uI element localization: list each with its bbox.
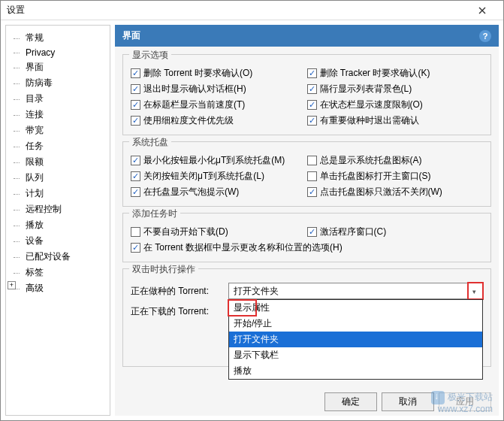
checkbox[interactable]: 最小化按钮最小化μT到系统托盘(M) — [131, 154, 285, 167]
check-icon — [131, 156, 140, 165]
settings-window: 设置 常规 Privacy 界面 防病毒 目录 连接 带宽 任务 限额 队列 计… — [0, 0, 504, 421]
checkbox[interactable]: 总是显示系统托盘图标(A) — [307, 154, 422, 167]
dialog-buttons: 确定 取消 应用 — [324, 389, 491, 411]
window-title: 设置 — [7, 4, 467, 17]
dropdown-item[interactable]: 开始/停止 — [229, 316, 482, 332]
dropdown-item[interactable]: 显示属性 — [229, 300, 482, 316]
tree-item[interactable]: 标签 — [6, 265, 110, 280]
settings-panel: 显示选项 删除 Torrent 时要求确认(O) 删除 Tracker 时要求确… — [115, 47, 499, 416]
checkbox[interactable]: 单击托盘图标打开主窗口(S) — [307, 170, 431, 183]
tree-item[interactable]: 计划 — [6, 186, 110, 201]
check-icon — [131, 171, 140, 181]
check-icon — [307, 171, 317, 181]
group-display: 显示选项 删除 Torrent 时要求确认(O) 删除 Tracker 时要求确… — [122, 54, 491, 135]
tree-item[interactable]: 界面 — [6, 59, 110, 75]
group-title: 显示选项 — [129, 49, 171, 62]
cancel-button[interactable]: 取消 — [382, 392, 434, 411]
check-icon — [307, 100, 317, 110]
checkbox[interactable]: 不要自动开始下载(D) — [131, 226, 228, 238]
category-tree: 常规 Privacy 界面 防病毒 目录 连接 带宽 任务 限额 队列 计划 远… — [5, 25, 110, 416]
check-icon — [307, 187, 317, 197]
tree-item[interactable]: 常规 — [6, 30, 110, 46]
checkbox[interactable]: 在 Torrent 数据框中显示更改名称和位置的选项(H) — [131, 241, 343, 254]
tree-item[interactable]: 连接 — [6, 107, 110, 123]
checkbox[interactable]: 删除 Torrent 时要求确认(O) — [131, 67, 252, 80]
check-icon — [131, 68, 140, 78]
checkbox[interactable]: 使用细粒度文件优先级 — [131, 114, 234, 127]
tree-item[interactable]: 远程控制 — [6, 201, 110, 217]
check-icon — [131, 243, 140, 253]
check-icon — [131, 84, 140, 94]
main-panel: 界面 ? 显示选项 删除 Torrent 时要求确认(O) 删除 Tracker… — [115, 25, 499, 416]
group-title: 系统托盘 — [129, 136, 171, 149]
check-icon — [131, 100, 140, 110]
check-icon — [131, 116, 140, 126]
checkbox[interactable]: 关闭按钮关闭μT到系统托盘(L) — [131, 170, 264, 183]
checkbox[interactable]: 点击托盘图标只激活不关闭(W) — [307, 186, 442, 198]
ok-button[interactable]: 确定 — [324, 392, 377, 411]
section-header: 界面 ? — [115, 25, 499, 47]
group-addtask: 添加任务时 不要自动开始下载(D) 激活程序窗口(C) 在 Torrent 数据… — [122, 213, 491, 262]
tree-item[interactable]: 带宽 — [6, 123, 110, 138]
close-button[interactable] — [467, 1, 497, 20]
dropdown-item[interactable]: 播放 — [229, 363, 482, 379]
group-title: 双击时执行操作 — [129, 263, 198, 276]
checkbox[interactable]: 退出时显示确认对话框(H) — [131, 83, 246, 95]
checkbox[interactable]: 在状态栏显示速度限制(O) — [307, 98, 423, 111]
tree-item[interactable]: 播放 — [6, 217, 110, 233]
titlebar: 设置 — [1, 1, 503, 20]
check-icon — [131, 187, 140, 197]
select-value: 打开文件夹 — [234, 285, 279, 298]
annotation-highlight — [467, 282, 484, 300]
group-tray: 系统托盘 最小化按钮最小化μT到系统托盘(M) 总是显示系统托盘图标(A) 关闭… — [122, 141, 491, 207]
dropdown-item[interactable]: 显示下载栏 — [229, 347, 482, 363]
checkbox[interactable]: 激活程序窗口(C) — [307, 226, 387, 238]
tree-item[interactable]: Privacy — [6, 46, 110, 59]
checkbox[interactable]: 删除 Tracker 时要求确认(K) — [307, 67, 430, 80]
seeding-label: 正在做种的 Torrent: — [131, 285, 228, 298]
checkbox[interactable]: 隔行显示列表背景色(L) — [307, 83, 412, 95]
group-doubleclick: 双击时执行操作 正在做种的 Torrent: 打开文件夹 ▾ 显示属性 开始 — [122, 268, 491, 367]
check-icon — [307, 84, 317, 94]
tree-item[interactable]: 防病毒 — [6, 75, 110, 91]
checkbox[interactable]: 在托盘显示气泡提示(W) — [131, 186, 239, 198]
check-icon — [307, 68, 317, 78]
tree-item[interactable]: 限额 — [6, 154, 110, 170]
tree-item[interactable]: 已配对设备 — [6, 249, 110, 265]
tree-item-advanced[interactable]: 高级 — [6, 280, 110, 296]
check-icon — [131, 227, 140, 237]
dropdown-list: 显示属性 开始/停止 打开文件夹 显示下载栏 播放 — [228, 299, 483, 380]
help-icon[interactable]: ? — [479, 30, 491, 42]
tree-item[interactable]: 目录 — [6, 91, 110, 107]
group-title: 添加任务时 — [129, 207, 180, 220]
tree-item[interactable]: 队列 — [6, 170, 110, 186]
check-icon — [307, 116, 317, 126]
check-icon — [307, 156, 317, 165]
apply-button[interactable]: 应用 — [439, 392, 491, 411]
seeding-action-select[interactable]: 打开文件夹 ▾ 显示属性 开始/停止 打开文件夹 显示下载栏 播放 — [228, 283, 483, 299]
checkbox[interactable]: 在标题栏显示当前速度(T) — [131, 98, 245, 111]
check-icon — [307, 227, 317, 237]
tree-item[interactable]: 任务 — [6, 138, 110, 154]
downloading-label: 正在下载的 Torrent: — [131, 305, 228, 318]
checkbox[interactable]: 有重要做种时退出需确认 — [307, 114, 419, 127]
window-body: 常规 Privacy 界面 防病毒 目录 连接 带宽 任务 限额 队列 计划 远… — [1, 20, 503, 420]
tree-item[interactable]: 设备 — [6, 233, 110, 249]
dropdown-item[interactable]: 打开文件夹 — [229, 332, 482, 347]
section-title: 界面 — [122, 29, 140, 42]
